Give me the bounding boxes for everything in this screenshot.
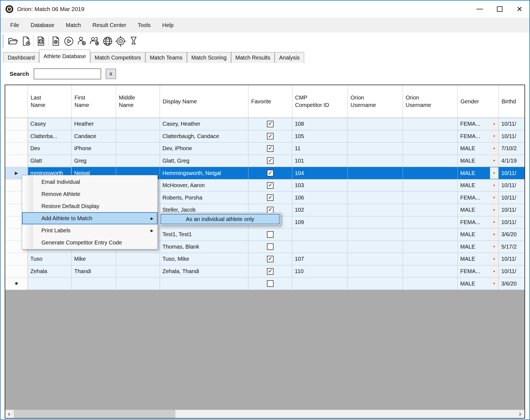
context-menu-item-email-individual[interactable]: Email Individual bbox=[22, 176, 157, 188]
tab-dashboard[interactable]: Dashboard bbox=[3, 52, 39, 63]
cell-display-name[interactable]: Thomas, Blank bbox=[160, 241, 248, 253]
gender-dropdown-button[interactable] bbox=[490, 241, 498, 253]
tab-match-results[interactable]: Match Results bbox=[231, 52, 275, 63]
cell-orion-username-1[interactable] bbox=[348, 118, 403, 130]
cell-orion-username-2[interactable] bbox=[403, 278, 458, 290]
target-icon[interactable] bbox=[114, 35, 127, 48]
column-header-orion-username[interactable]: Orion Username bbox=[403, 85, 458, 118]
cell-gender[interactable]: MALE bbox=[458, 204, 499, 216]
cell-orion-username-2[interactable] bbox=[403, 192, 458, 204]
cell-gender[interactable]: MALE bbox=[458, 241, 499, 253]
cell-cmp-competitor-id[interactable]: 104 bbox=[292, 167, 348, 179]
column-header-display-name[interactable]: Display Name bbox=[160, 85, 248, 118]
cell-display-name[interactable]: Test1, Test1 bbox=[160, 228, 248, 241]
cell-favorite[interactable] bbox=[248, 155, 292, 167]
cell-gender[interactable]: MALE bbox=[458, 155, 499, 167]
cell-gender[interactable]: MALE bbox=[458, 179, 499, 192]
menu-tools[interactable]: Tools bbox=[132, 18, 157, 33]
cell-last-name[interactable]: Dev bbox=[28, 142, 72, 155]
cell-birthday[interactable]: 10/11/ bbox=[499, 179, 524, 192]
row-selector[interactable] bbox=[5, 265, 28, 278]
cell-first-name[interactable]: Greg bbox=[72, 155, 116, 167]
cell-middle-name[interactable] bbox=[116, 118, 160, 130]
cell-display-name[interactable]: Dev, iPhone bbox=[160, 142, 248, 155]
cell-gender[interactable]: MALE bbox=[458, 253, 499, 265]
cell-birthday[interactable]: 10/11/ bbox=[499, 118, 524, 130]
scroll-right-icon[interactable] bbox=[516, 410, 524, 418]
cell-birthday[interactable]: 4/1/19 bbox=[499, 155, 524, 167]
gender-dropdown-button[interactable] bbox=[490, 229, 498, 240]
row-selector[interactable] bbox=[5, 155, 28, 167]
trophy-icon[interactable] bbox=[127, 35, 140, 48]
cell-first-name[interactable]: iPhone bbox=[72, 142, 116, 155]
cell-last-name[interactable]: Glatt bbox=[28, 155, 72, 167]
cell-orion-username-1[interactable] bbox=[348, 265, 403, 278]
cell-orion-username-1[interactable] bbox=[348, 278, 403, 290]
cell-cmp-competitor-id[interactable] bbox=[292, 241, 348, 253]
cell-cmp-competitor-id[interactable]: 107 bbox=[292, 253, 348, 265]
cell-last-name[interactable]: Casey bbox=[28, 118, 72, 130]
cell-orion-username-2[interactable] bbox=[403, 155, 458, 167]
cell-cmp-competitor-id[interactable]: 11 bbox=[292, 142, 348, 155]
maximize-button[interactable] bbox=[490, 1, 510, 18]
cell-middle-name[interactable] bbox=[116, 253, 160, 265]
cell-display-name[interactable]: Glatt, Greg bbox=[160, 155, 248, 167]
menu-database[interactable]: Database bbox=[25, 18, 60, 33]
toolbar-grip[interactable] bbox=[3, 35, 5, 47]
menu-file[interactable]: File bbox=[4, 18, 25, 33]
cell-last-name[interactable]: Zehala bbox=[28, 265, 72, 278]
cell-gender[interactable]: FEMA... bbox=[458, 265, 499, 278]
tab-match-competitors[interactable]: Match Competitors bbox=[90, 52, 145, 63]
open-folder-icon[interactable] bbox=[7, 35, 20, 48]
database-file-icon[interactable] bbox=[34, 35, 47, 48]
cell-cmp-competitor-id[interactable]: 103 bbox=[292, 179, 348, 192]
context-menu-item-remove-athlete[interactable]: Remove Athlete bbox=[22, 188, 157, 200]
cell-orion-username-1[interactable] bbox=[348, 179, 403, 192]
cell-orion-username-2[interactable] bbox=[403, 253, 458, 265]
cell-favorite[interactable] bbox=[248, 228, 292, 241]
tab-athlete-database[interactable]: Athlete Database bbox=[39, 50, 90, 63]
cell-display-name[interactable]: McHoover, Aaron bbox=[160, 179, 248, 192]
context-menu-item-restore-default-display[interactable]: Restore Default Display bbox=[22, 200, 157, 212]
cell-last-name[interactable] bbox=[28, 278, 72, 290]
cell-birthday[interactable]: 3/6/20 bbox=[499, 278, 524, 290]
new-file-icon[interactable] bbox=[20, 35, 33, 48]
menu-help[interactable]: Help bbox=[156, 18, 179, 33]
cell-birthday[interactable]: 10/11/ bbox=[499, 216, 524, 229]
gender-dropdown-button[interactable] bbox=[490, 167, 498, 179]
cell-birthday[interactable]: 10/11/ bbox=[499, 204, 524, 216]
cell-favorite[interactable] bbox=[248, 167, 292, 179]
cell-display-name[interactable]: Casey, Heather bbox=[160, 118, 248, 130]
cell-gender[interactable]: FEMA... bbox=[458, 216, 499, 229]
cell-cmp-competitor-id[interactable]: 101 bbox=[292, 155, 348, 167]
favorite-checkbox[interactable] bbox=[267, 170, 274, 176]
gender-dropdown-button[interactable] bbox=[490, 118, 498, 130]
cell-middle-name[interactable] bbox=[116, 130, 160, 143]
column-header-first-name[interactable]: First Name bbox=[72, 85, 116, 118]
cell-middle-name[interactable] bbox=[116, 142, 160, 155]
cell-first-name[interactable] bbox=[72, 278, 116, 290]
new-row-indicator[interactable]: ✱ bbox=[5, 278, 28, 290]
menu-match[interactable]: Match bbox=[60, 18, 87, 33]
add-team-icon[interactable] bbox=[88, 35, 101, 48]
cell-cmp-competitor-id[interactable]: 108 bbox=[292, 118, 348, 130]
clear-search-button[interactable]: x bbox=[106, 69, 116, 79]
cell-favorite[interactable] bbox=[248, 130, 292, 143]
scrollbar-thumb[interactable] bbox=[14, 410, 175, 418]
favorite-checkbox[interactable] bbox=[267, 231, 274, 238]
cell-first-name[interactable]: Candace bbox=[72, 130, 116, 143]
column-header-orion-username[interactable]: Orion Username bbox=[348, 85, 403, 118]
cell-birthday[interactable]: 10/11/ bbox=[499, 265, 524, 278]
tab-analysis[interactable]: Analysis bbox=[275, 52, 304, 63]
cell-favorite[interactable] bbox=[248, 253, 292, 265]
gender-dropdown-button[interactable] bbox=[490, 204, 498, 216]
column-header-favorite[interactable]: Favorite bbox=[248, 85, 292, 118]
favorite-checkbox[interactable] bbox=[267, 182, 274, 189]
cell-orion-username-2[interactable] bbox=[403, 142, 458, 155]
cell-cmp-competitor-id[interactable]: 106 bbox=[292, 192, 348, 204]
column-header-row-selector[interactable] bbox=[5, 85, 28, 118]
cell-orion-username-1[interactable] bbox=[348, 241, 403, 253]
cell-first-name[interactable]: Heather bbox=[72, 118, 116, 130]
cell-gender[interactable]: MALE bbox=[458, 142, 499, 155]
gender-dropdown-button[interactable] bbox=[490, 143, 498, 154]
